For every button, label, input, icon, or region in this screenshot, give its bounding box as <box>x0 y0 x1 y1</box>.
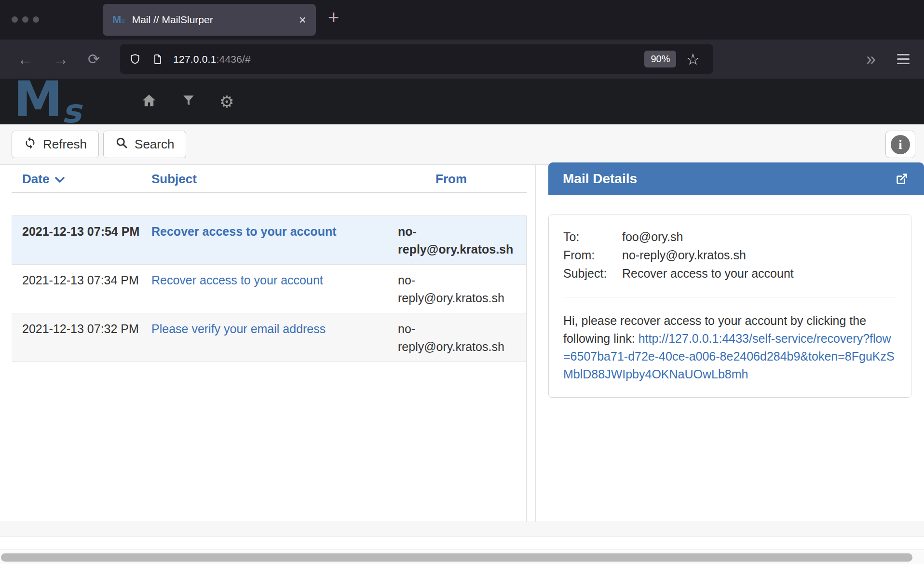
column-header-from[interactable]: From <box>387 172 515 187</box>
favicon-s: s <box>121 16 125 25</box>
menu-hamburger-icon[interactable] <box>897 54 910 64</box>
window-control-dot[interactable] <box>12 16 18 23</box>
to-label: To: <box>563 228 622 246</box>
bookmark-star-icon[interactable]: ☆ <box>686 52 700 67</box>
from-label: From: <box>563 246 622 264</box>
page-info-icon[interactable] <box>152 53 163 66</box>
mail-date: 2021-12-13 07:34 PM <box>12 271 141 307</box>
refresh-button[interactable]: Refresh <box>12 131 99 158</box>
back-icon[interactable]: ← <box>17 52 33 67</box>
details-divider <box>563 297 897 297</box>
mail-date: 2021-12-13 07:32 PM <box>12 320 141 356</box>
subject-label: Subject: <box>563 264 622 282</box>
mail-subject-link[interactable]: Recover access to your account <box>151 273 323 287</box>
subject-value: Recover access to your account <box>622 264 897 282</box>
shield-icon[interactable] <box>129 53 141 66</box>
date-column-label: Date <box>22 172 49 187</box>
url-rest: :4436/# <box>217 54 251 65</box>
browser-tab-bar: M s Mail // MailSlurper × + <box>0 0 924 40</box>
tab-close-icon[interactable]: × <box>299 13 306 26</box>
column-header-date[interactable]: Date <box>22 172 65 187</box>
mailslurper-favicon-icon: M s <box>112 13 125 26</box>
info-button[interactable]: i <box>885 131 915 158</box>
mail-from: no-reply@ory.kratos.sh <box>387 320 527 356</box>
horizontal-scrollbar-thumb[interactable] <box>1 553 912 562</box>
pane-divider <box>535 165 536 536</box>
svg-text:M: M <box>14 78 63 123</box>
bottom-strip <box>0 522 924 537</box>
mail-list-body: 2021-12-13 07:54 PM Recover access to yo… <box>12 215 527 522</box>
refresh-button-label: Refresh <box>43 137 87 152</box>
open-external-icon[interactable] <box>894 171 910 187</box>
window-control-dot[interactable] <box>33 16 39 23</box>
zoom-level-badge[interactable]: 90% <box>644 51 676 67</box>
search-button-label: Search <box>135 137 174 152</box>
mail-subject-link[interactable]: Recover access to your account <box>151 225 337 238</box>
reload-icon[interactable]: ⟳ <box>88 52 100 67</box>
mail-details-title: Mail Details <box>563 171 637 187</box>
browser-tab[interactable]: M s Mail // MailSlurper × <box>103 4 316 36</box>
refresh-icon <box>24 136 37 153</box>
mail-details-card: To: foo@ory.sh From: no-reply@ory.kratos… <box>548 215 911 398</box>
sort-descending-icon <box>55 172 65 187</box>
mail-date: 2021-12-13 07:54 PM <box>12 223 141 258</box>
table-gap <box>12 193 527 215</box>
info-icon: i <box>891 135 910 154</box>
window-controls[interactable] <box>12 16 39 23</box>
url-bar[interactable]: 127.0.0.1:4436/# 90% ☆ <box>120 44 713 74</box>
search-icon <box>115 136 128 153</box>
mail-details-header: Mail Details <box>548 162 924 195</box>
svg-text:s: s <box>62 92 83 123</box>
search-button[interactable]: Search <box>103 131 186 158</box>
url-text[interactable]: 127.0.0.1:4436/# <box>173 54 251 65</box>
column-header-subject[interactable]: Subject <box>151 172 197 187</box>
horizontal-scrollbar-track[interactable] <box>0 550 924 564</box>
to-value: foo@ory.sh <box>622 228 897 246</box>
mail-from: no-reply@ory.kratos.sh <box>387 271 527 307</box>
home-icon[interactable] <box>140 93 158 111</box>
browser-nav-bar: ← → ⟳ 127.0.0.1:4436/# 90% ☆ » <box>0 40 924 79</box>
mail-subject-link[interactable]: Please verify your email address <box>151 322 326 336</box>
mail-list-header: Date Subject From <box>12 165 527 193</box>
mail-from: no-reply@ory.kratos.sh <box>387 223 527 258</box>
new-tab-icon[interactable]: + <box>328 7 339 28</box>
mail-row[interactable]: 2021-12-13 07:32 PM Please verify your e… <box>12 313 526 362</box>
from-value: no-reply@ory.kratos.sh <box>622 246 897 264</box>
window-control-dot[interactable] <box>22 16 28 23</box>
mailslurper-logo: M s <box>14 78 112 125</box>
overflow-chevrons-icon[interactable]: » <box>866 51 876 68</box>
url-host: 127.0.0.1 <box>173 54 216 65</box>
mail-list-pane: Date Subject From 2021-12-13 07:54 PM Re… <box>0 165 535 522</box>
app-toolbar: Refresh Search i <box>0 124 924 165</box>
settings-gear-icon[interactable]: ⚙ <box>219 94 234 110</box>
mail-row-selected[interactable]: 2021-12-13 07:54 PM Recover access to yo… <box>12 215 526 265</box>
mail-row[interactable]: 2021-12-13 07:34 PM Recover access to yo… <box>12 265 526 313</box>
filter-icon[interactable] <box>181 93 196 110</box>
forward-icon[interactable]: → <box>53 52 68 67</box>
favicon-m: M <box>112 13 121 26</box>
mailslurper-header: M s ⚙ <box>0 79 924 124</box>
tab-title: Mail // MailSlurper <box>132 14 299 26</box>
